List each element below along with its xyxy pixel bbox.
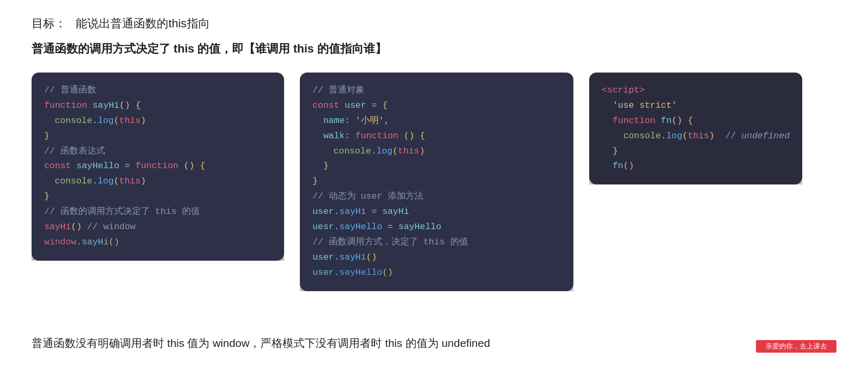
panel2-line7: user.sayHi = sayHi [312, 204, 561, 220]
panel2-wrapper: // 普通对象 const user = { name: '小明', walk:… [300, 73, 573, 320]
p1-keyword1: function [44, 100, 87, 110]
panel2-line2: name: '小明', [312, 114, 561, 129]
panel3-line4: } [602, 144, 790, 159]
panel2-line3: walk: function () { [312, 129, 561, 144]
panel1-line2: console.log(this) [44, 114, 271, 129]
bottom-text: 普通函数没有明确调用者时 this 值为 window，严格模式下没有调用者时 … [32, 336, 836, 351]
panel1-line5: console.log(this) [44, 174, 271, 189]
p1-funcname1: sayHi [93, 100, 119, 110]
panel3-wrapper: <script> 'use strict' function fn() { co… [589, 73, 802, 208]
panel1-comment1: // 普通函数 [44, 83, 271, 98]
panel2-line5: } [312, 159, 561, 174]
panel3-reflection [589, 161, 802, 184]
subtitle-line: 普通函数的调用方式决定了 this 的值，即【谁调用 this 的值指向谁】 [32, 41, 836, 57]
panel1-wrapper: // 普通函数 function sayHi() { console.log(t… [32, 73, 284, 290]
title-text: 能说出普通函数的this指向 [76, 17, 209, 30]
code-panels-row: // 普通函数 function sayHi() { console.log(t… [32, 73, 836, 320]
panel1-line3: } [44, 129, 271, 144]
title-line: 目标： 能说出普通函数的this指向 [32, 16, 836, 32]
panel1-reflection [32, 232, 284, 261]
bottom-bar: 亲爱的你，去上课去 [756, 340, 836, 353]
code-panel-2: // 普通对象 const user = { name: '小明', walk:… [300, 73, 573, 291]
panel2-comment1: // 普通对象 [312, 83, 561, 98]
panel2-comment2: // 动态为 user 添加方法 [312, 189, 561, 204]
title-label: 目标： [32, 17, 66, 30]
panel1-comment2: // 函数表达式 [44, 144, 271, 159]
panel2-line4: console.log(this) [312, 144, 561, 159]
panel1-comment3: // 函数的调用方式决定了 this 的值 [44, 204, 271, 220]
panel2-reflection [300, 262, 573, 291]
panel2-line1: const user = { [312, 98, 561, 114]
panel1-line4: const sayHello = function () { [44, 159, 271, 174]
panel1-line1: function sayHi() { [44, 98, 271, 114]
panel2-line6: } [312, 174, 561, 189]
bottom-text-content: 普通函数没有明确调用者时 this 值为 window，严格模式下没有调用者时 … [32, 337, 490, 349]
panel3-line1: 'use strict' [602, 98, 790, 114]
panel1-line6: } [44, 189, 271, 204]
subtitle-text: 普通函数的调用方式决定了 this 的值，即【谁调用 this 的值指向谁】 [32, 42, 387, 55]
panel3-tag: <script> [602, 83, 790, 98]
panel2-line8: uesr.sayHello = sayHello [312, 220, 561, 235]
panel3-line3: console.log(this) // undefined [602, 129, 790, 144]
panel3-line2: function fn() { [602, 114, 790, 129]
panel2-comment3: // 函数调用方式，决定了 this 的值 [312, 235, 561, 250]
